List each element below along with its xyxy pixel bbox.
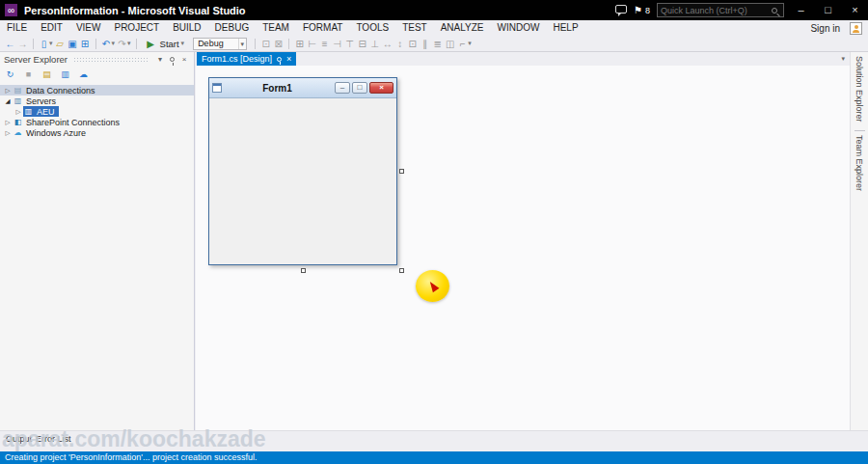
tab-error-list[interactable]: Error List — [36, 434, 71, 444]
panel-pin-icon[interactable] — [170, 57, 175, 62]
tab-solution-explorer[interactable]: Solution Explorer — [854, 56, 864, 123]
refresh-icon[interactable]: ↻ — [4, 68, 16, 82]
connect-to-database-icon[interactable]: ▤ — [41, 68, 53, 82]
menu-debug[interactable]: DEBUG — [208, 20, 257, 36]
make-same-size-icon[interactable]: ⊡ — [406, 37, 419, 51]
align-lefts-icon[interactable]: ⊢ — [306, 37, 318, 51]
notifications-flag-icon[interactable]: ⚑ — [634, 6, 642, 15]
menu-team[interactable]: TEAM — [256, 20, 296, 36]
horizontal-spacing-icon[interactable]: ∥ — [419, 37, 431, 51]
menu-file[interactable]: FILE — [0, 20, 34, 36]
feedback-icon[interactable] — [615, 5, 627, 14]
center-horizontally-icon[interactable]: ◫ — [444, 37, 456, 51]
search-icon[interactable] — [772, 8, 777, 14]
vertical-spacing-icon[interactable]: ≣ — [431, 37, 444, 51]
start-debug-button[interactable]: ▶ Start ▾ — [141, 37, 190, 51]
configuration-value: Debug — [198, 39, 224, 48]
menu-project[interactable]: PROJECT — [107, 20, 166, 36]
toolbar-overflow-icon[interactable]: ▾ — [468, 40, 472, 47]
menu-help[interactable]: HELP — [546, 20, 584, 36]
menu-analyze[interactable]: ANALYZE — [434, 20, 491, 36]
toolbar-separator — [136, 39, 137, 49]
form-minimize-button[interactable]: – — [335, 82, 350, 94]
user-avatar-icon[interactable] — [850, 22, 862, 35]
align-to-grid-icon[interactable]: ⊞ — [293, 37, 306, 51]
align-centers-icon[interactable]: ≡ — [318, 37, 331, 51]
tab-team-explorer[interactable]: Team Explorer — [854, 135, 864, 191]
resize-handle-south[interactable] — [301, 268, 306, 273]
form-close-button[interactable]: × — [369, 82, 393, 94]
redo-dropdown-icon[interactable]: ▾ — [127, 40, 131, 47]
designed-form[interactable]: Form1 – □ × — [208, 77, 397, 265]
menu-edit[interactable]: EDIT — [34, 20, 69, 36]
menubar: FILE EDIT VIEW PROJECT BUILD DEBUG TEAM … — [0, 20, 868, 36]
save-all-icon[interactable]: ⊞ — [79, 37, 92, 51]
menu-test[interactable]: TEST — [395, 20, 434, 36]
open-file-icon[interactable]: ▱ — [54, 37, 67, 51]
new-file-dropdown-icon[interactable]: ▾ — [49, 40, 53, 47]
expander-icon[interactable]: ▷ — [3, 129, 13, 137]
stop-refresh-icon[interactable]: ■ — [22, 68, 35, 82]
undo-dropdown-icon[interactable]: ▾ — [112, 40, 116, 47]
tab-overflow-icon[interactable]: ▾ — [841, 55, 850, 63]
expander-icon[interactable]: ▷ — [3, 87, 13, 95]
restore-button[interactable]: □ — [818, 3, 838, 18]
tree-item-label: AEU — [37, 107, 55, 117]
resize-handle-east[interactable] — [399, 169, 404, 174]
expander-icon[interactable]: ▷ — [3, 119, 13, 126]
server-explorer-header[interactable]: Server Explorer ▾ × — [0, 52, 194, 67]
minimize-button[interactable]: – — [791, 3, 811, 18]
tree-item-sharepoint-connections[interactable]: ▷ ◧ SharePoint Connections — [0, 117, 194, 127]
toolbar-separator — [95, 39, 96, 49]
align-bottoms-icon[interactable]: ⊥ — [368, 37, 381, 51]
combo-caret-icon[interactable]: ▾ — [238, 39, 247, 49]
solution-configuration-combo[interactable]: Debug ▾ — [193, 38, 247, 50]
navigate-forward-icon[interactable]: → — [16, 37, 29, 51]
save-icon[interactable]: ▣ — [67, 37, 79, 51]
make-same-width-icon[interactable]: ↔ — [381, 37, 393, 51]
resize-handle-southeast[interactable] — [399, 268, 404, 273]
tree-item-aeu[interactable]: ▷ ▥ AEU — [0, 106, 194, 117]
sign-in-link[interactable]: Sign in — [806, 23, 844, 34]
menu-tools[interactable]: TOOLS — [349, 20, 395, 36]
tab-pin-icon[interactable] — [277, 57, 282, 62]
menu-build[interactable]: BUILD — [166, 20, 207, 36]
close-button[interactable]: × — [845, 3, 865, 18]
tree-item-servers[interactable]: ◢ ▥ Servers — [0, 96, 194, 106]
tree-item-data-connections[interactable]: ▷ ▤ Data Connections — [0, 85, 194, 96]
expander-icon[interactable]: ▷ — [14, 108, 23, 116]
vertical-tab-separator — [854, 130, 865, 131]
attach-process-icon[interactable]: ⊡ — [259, 37, 272, 51]
menu-view[interactable]: VIEW — [69, 20, 108, 36]
tab-label: Form1.cs [Design] — [202, 54, 272, 64]
tab-form1-design[interactable]: Form1.cs [Design] × — [197, 52, 296, 66]
window-title: PersonInformation - Microsoft Visual Stu… — [24, 5, 246, 16]
panel-close-icon[interactable]: × — [178, 53, 190, 66]
tab-output[interactable]: Output — [6, 434, 32, 444]
find-in-files-icon[interactable]: ⊠ — [272, 37, 285, 51]
align-middles-icon[interactable]: ⊟ — [356, 37, 368, 51]
navigate-back-icon[interactable]: ← — [4, 37, 16, 51]
quick-launch-input[interactable] — [658, 6, 772, 15]
align-rights-icon[interactable]: ⊣ — [331, 37, 343, 51]
quick-launch[interactable] — [657, 3, 784, 17]
menu-window[interactable]: WINDOW — [491, 20, 547, 36]
standard-toolbar: ← → ▯ ▾ ▱ ▣ ⊞ ↶ ▾ ↷ ▾ ▶ Start ▾ Debug ▾ … — [0, 36, 868, 52]
make-same-height-icon[interactable]: ↕ — [393, 37, 406, 51]
align-tops-icon[interactable]: ⊤ — [343, 37, 356, 51]
tree-item-label: Windows Azure — [26, 128, 86, 138]
panel-options-icon[interactable]: ▾ — [154, 53, 166, 66]
designed-form-titlebar[interactable]: Form1 – □ × — [209, 78, 396, 98]
tree-item-windows-azure[interactable]: ▷ ☁ Windows Azure — [0, 127, 194, 138]
panel-drag-handle[interactable] — [73, 57, 149, 62]
connect-to-azure-icon[interactable]: ☁ — [77, 68, 90, 82]
menu-format[interactable]: FORMAT — [296, 20, 349, 36]
toolbar-separator — [33, 39, 34, 49]
selected-tree-item[interactable]: ▥ AEU — [23, 106, 59, 117]
form-maximize-button[interactable]: □ — [352, 82, 367, 94]
design-surface[interactable]: Form1 – □ × — [196, 66, 850, 430]
expander-icon[interactable]: ◢ — [3, 97, 13, 105]
form-title: Form1 — [222, 83, 333, 94]
tab-close-icon[interactable]: × — [286, 55, 291, 64]
connect-to-server-icon[interactable]: ▥ — [59, 68, 71, 82]
